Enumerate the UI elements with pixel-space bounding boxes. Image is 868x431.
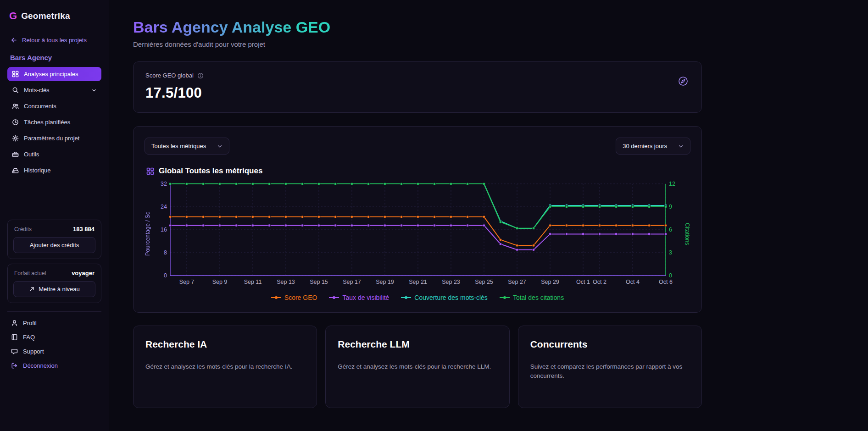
sidebar-item-mots-cles[interactable]: Mots-clés <box>7 83 101 97</box>
chevron-down-icon <box>217 144 223 149</box>
bottom-link-label: Profil <box>23 320 37 326</box>
legend-marker-icon <box>401 295 411 300</box>
bottom-link-label: Déconnexion <box>23 362 58 369</box>
chart-section-title: Global Toutes les métriques <box>159 166 262 176</box>
gear-icon <box>12 135 19 142</box>
svg-text:12: 12 <box>669 181 675 187</box>
svg-text:Sep 11: Sep 11 <box>244 279 262 285</box>
svg-text:Oct 6: Oct 6 <box>659 279 673 285</box>
arrow-up-right-icon <box>29 286 35 292</box>
sidebar-item-profil[interactable]: Profil <box>7 316 101 330</box>
bottom-link-label: Support <box>23 348 44 355</box>
credits-value: 183 884 <box>73 226 95 232</box>
svg-text:Sep 23: Sep 23 <box>442 279 460 285</box>
sidebar-item-parametres-du-projet[interactable]: Paramètres du projet <box>7 131 101 145</box>
sidebar-nav: Analyses principales Mots-clés Concurren… <box>7 67 101 177</box>
chart-svg: Sep 7Sep 9Sep 11Sep 13Sep 15Sep 17Sep 19… <box>155 179 680 288</box>
back-link-label: Retour à tous les projets <box>22 37 87 44</box>
svg-text:Sep 25: Sep 25 <box>475 279 493 285</box>
card-recherche-ia: Recherche IA Gérez et analysez les mots-… <box>133 326 317 408</box>
sidebar-item-support[interactable]: Support <box>7 345 101 358</box>
metric-select-value: Toutes les métriques <box>151 143 206 149</box>
upgrade-button[interactable]: Mettre à niveau <box>13 281 95 297</box>
sidebar-item-historique[interactable]: Historique <box>7 163 101 177</box>
app-logo: G Geometrika <box>7 8 101 34</box>
compass-button[interactable] <box>677 75 690 89</box>
geo-score-label: Score GEO global <box>145 72 194 79</box>
legend-item[interactable]: Taux de visibilité <box>329 294 389 301</box>
svg-text:Sep 15: Sep 15 <box>310 279 328 285</box>
legend-label: Taux de visibilité <box>342 294 389 301</box>
svg-text:0: 0 <box>164 272 167 279</box>
card-title: Recherche LLM <box>338 339 497 350</box>
feature-cards-row: Recherche IA Gérez et analysez les mots-… <box>133 326 702 408</box>
chat-icon <box>11 348 18 355</box>
sidebar-item-analyses-principales[interactable]: Analyses principales <box>7 67 101 81</box>
geo-score-value: 17.5/100 <box>145 85 204 101</box>
chevron-down-icon <box>91 88 97 93</box>
sidebar-item-outils[interactable]: Outils <box>7 147 101 161</box>
sidebar-item-label: Historique <box>24 167 51 174</box>
book-icon <box>11 334 18 341</box>
svg-text:3: 3 <box>669 249 672 256</box>
bottom-link-label: FAQ <box>23 334 35 341</box>
left-axis-label: Pourcentage / Sc <box>145 212 155 256</box>
svg-text:Sep 27: Sep 27 <box>508 279 526 285</box>
plan-value: voyager <box>72 270 95 276</box>
geo-score-card: Score GEO global 17.5/100 <box>133 61 702 113</box>
sidebar-item-label: Mots-clés <box>24 87 50 94</box>
card-recherche-llm: Recherche LLM Gérez et analysez les mots… <box>325 326 509 408</box>
svg-text:32: 32 <box>161 181 167 187</box>
svg-text:8: 8 <box>164 249 167 256</box>
logout-icon <box>11 362 18 369</box>
sidebar-item-label: Analyses principales <box>24 71 78 77</box>
info-icon[interactable] <box>197 72 204 79</box>
legend-item[interactable]: Total des citations <box>500 294 564 301</box>
legend-item[interactable]: Couverture des mots-clés <box>401 294 488 301</box>
sidebar-item-deconnexion[interactable]: Déconnexion <box>7 359 101 372</box>
chevron-down-icon <box>678 144 684 149</box>
back-arrow-icon <box>10 37 17 44</box>
card-description: Gérez et analysez les mots-clés pour la … <box>338 362 497 371</box>
sidebar-item-label: Outils <box>24 151 39 158</box>
svg-text:Oct 2: Oct 2 <box>593 279 606 285</box>
svg-text:Sep 19: Sep 19 <box>376 279 394 285</box>
svg-text:Sep 7: Sep 7 <box>179 279 195 285</box>
sidebar-item-label: Concurrents <box>24 103 56 110</box>
date-range-select[interactable]: 30 derniers jours <box>616 138 690 155</box>
date-range-value: 30 derniers jours <box>623 143 667 149</box>
sidebar-footer-links: Profil FAQ Support Déconnexion <box>7 311 101 372</box>
users-icon <box>12 103 19 110</box>
add-credits-button[interactable]: Ajouter des crédits <box>13 237 95 253</box>
logo-icon: G <box>9 10 17 22</box>
legend-label: Total des citations <box>513 294 564 301</box>
svg-text:Sep 9: Sep 9 <box>212 279 228 285</box>
svg-text:0: 0 <box>669 272 672 279</box>
clock-icon <box>12 119 19 126</box>
search-icon <box>12 87 19 94</box>
sidebar-item-label: Tâches planifiées <box>24 119 70 126</box>
grid-icon <box>12 71 19 77</box>
sidebar-item-concurrents[interactable]: Concurrents <box>7 99 101 113</box>
svg-text:Sep 17: Sep 17 <box>343 279 361 285</box>
svg-text:9: 9 <box>669 204 672 210</box>
toolbox-icon <box>12 151 19 158</box>
legend-marker-icon <box>271 295 281 300</box>
legend-item[interactable]: Score GEO <box>271 294 317 301</box>
svg-text:Sep 13: Sep 13 <box>277 279 295 285</box>
card-title: Recherche IA <box>145 339 305 350</box>
credits-panel: Crédits 183 884 Ajouter des crédits <box>7 220 101 259</box>
metric-select[interactable]: Toutes les métriques <box>145 138 229 155</box>
grid-icon <box>146 167 154 175</box>
legend-label: Couverture des mots-clés <box>414 294 488 301</box>
back-to-projects-link[interactable]: Retour à tous les projets <box>7 34 101 44</box>
sidebar-item-taches-planifiees[interactable]: Tâches planifiées <box>7 115 101 129</box>
card-description: Suivez et comparez les performances par … <box>530 362 690 380</box>
metrics-chart-card: Toutes les métriques 30 derniers jours G… <box>133 126 702 313</box>
svg-text:Sep 21: Sep 21 <box>409 279 427 285</box>
svg-text:16: 16 <box>161 227 167 233</box>
svg-text:24: 24 <box>161 204 167 210</box>
card-description: Gérez et analysez les mots-clés pour la … <box>145 362 305 371</box>
legend-marker-icon <box>329 295 339 300</box>
sidebar-item-faq[interactable]: FAQ <box>7 331 101 344</box>
